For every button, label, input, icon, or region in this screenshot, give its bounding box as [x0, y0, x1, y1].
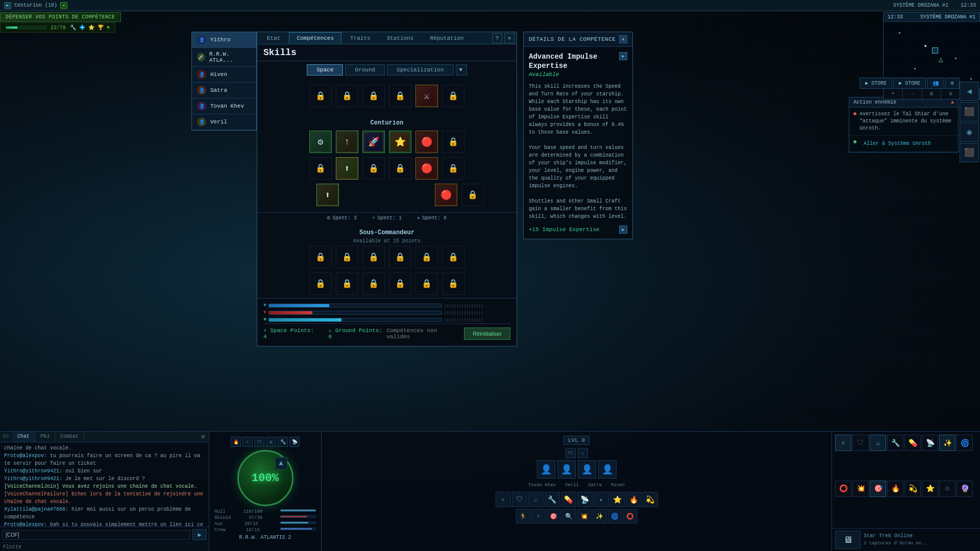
- centurion-slot-1-3[interactable]: 🚀: [362, 131, 385, 153]
- centurion-slot-1-2[interactable]: ↑: [336, 131, 358, 153]
- char-item-hiven[interactable]: 👤 Hiven: [192, 67, 256, 83]
- minimap-expand[interactable]: ⊞: [922, 89, 942, 99]
- action-slot-5[interactable]: 💊: [904, 435, 921, 451]
- centurion-slot-3-6[interactable]: 🔒: [461, 184, 484, 206]
- team-avatar-veril[interactable]: 👤: [557, 460, 576, 479]
- sous-slot-2-3[interactable]: 🔒: [362, 272, 385, 295]
- sous-slot-1-3[interactable]: 🔒: [362, 246, 385, 268]
- action-slot-12[interactable]: 🔥: [887, 481, 903, 497]
- sous-slot-1-6[interactable]: 🔒: [442, 246, 464, 268]
- ship-expand-button[interactable]: ▲: [275, 457, 287, 469]
- ship-icon-5[interactable]: 🔧: [278, 437, 288, 447]
- team-action-8[interactable]: ⭐: [610, 492, 625, 507]
- chat-input[interactable]: [2, 530, 190, 540]
- tab-competences[interactable]: Compétences: [289, 32, 341, 44]
- sous-slot-2-1[interactable]: 🔒: [309, 272, 332, 295]
- minimap-settings[interactable]: ⚙: [941, 89, 961, 99]
- chat-tab-chat[interactable]: Chat: [12, 432, 35, 442]
- action-slot-13[interactable]: 💫: [904, 481, 921, 497]
- sous-slot-2-2[interactable]: 🔒: [336, 272, 358, 295]
- centurion-slot-2-3[interactable]: 🔒: [362, 157, 385, 180]
- centurion-slot-1-1[interactable]: ⚙: [309, 131, 332, 153]
- team-action-s7[interactable]: 🌀: [608, 509, 622, 523]
- char-item-veril[interactable]: 👤 Veril: [192, 114, 256, 130]
- team-avatar-tovan[interactable]: 👤: [537, 460, 555, 479]
- skill-slot-1-2[interactable]: 🔒: [336, 85, 358, 107]
- tab-reputation[interactable]: Réputation: [422, 32, 471, 44]
- reset-button[interactable]: Réinitialiser: [464, 328, 510, 340]
- team-action-s1[interactable]: 🏃: [516, 509, 530, 523]
- detail-info-button[interactable]: ▶: [619, 52, 627, 60]
- char-item-yithro[interactable]: 👤 Yithro: [192, 32, 256, 48]
- team-action-s3[interactable]: 🎯: [547, 509, 561, 523]
- team-action-s6[interactable]: ✨: [593, 509, 607, 523]
- char-item-satra[interactable]: 👤 Satra: [192, 83, 256, 98]
- detail-bonus-button[interactable]: ▶: [619, 226, 627, 234]
- action-slot-10[interactable]: 💥: [852, 481, 869, 497]
- side-btn-2[interactable]: ⬛: [960, 102, 979, 121]
- action-slot-4[interactable]: 🔧: [887, 435, 903, 451]
- store-btn-1[interactable]: ▶ STORE: [860, 78, 892, 89]
- centurion-slot-2-5[interactable]: 🔴: [415, 157, 438, 180]
- team-avatar-hiven[interactable]: 👤: [598, 460, 617, 479]
- centurion-slot-2-1[interactable]: 🔒: [309, 157, 332, 180]
- tab-etat[interactable]: Etat: [259, 32, 288, 44]
- close-button[interactable]: ✕: [504, 33, 514, 43]
- team-action-s4[interactable]: 🔍: [562, 509, 576, 523]
- skill-slot-1-6[interactable]: 🔒: [442, 85, 464, 107]
- team-action-s2[interactable]: ⚡: [531, 509, 546, 523]
- action-slot-7[interactable]: ✨: [939, 435, 955, 451]
- ship-icon-3[interactable]: 🛡: [254, 437, 264, 447]
- subtab-more[interactable]: ▼: [456, 64, 467, 76]
- skill-slot-1-5[interactable]: ⚔: [415, 85, 438, 107]
- action-slot-8[interactable]: 🌀: [957, 435, 973, 451]
- team-action-5[interactable]: 💊: [561, 492, 576, 507]
- team-action-6[interactable]: 📡: [577, 492, 593, 507]
- action-slot-3[interactable]: ⚔: [870, 435, 886, 451]
- team-icon-1[interactable]: 🛡: [566, 448, 576, 458]
- help-button[interactable]: ?: [492, 33, 502, 43]
- char-item-rrw[interactable]: 🚀 R.R.W. ATLA...: [192, 48, 256, 67]
- detail-close-button[interactable]: ✕: [619, 35, 627, 43]
- centurion-slot-3-5[interactable]: 🔴: [435, 184, 457, 206]
- sous-slot-2-4[interactable]: 🔒: [389, 272, 411, 295]
- minimap-zoom-out[interactable]: -: [903, 89, 922, 99]
- skill-slot-1-4[interactable]: 🔒: [389, 85, 411, 107]
- sous-slot-1-1[interactable]: 🔒: [309, 246, 332, 268]
- centurion-slot-2-4[interactable]: 🔒: [389, 157, 411, 180]
- team-action-2[interactable]: 🛡: [512, 492, 527, 507]
- team-action-1[interactable]: ⚡: [496, 492, 511, 507]
- char-item-tovan[interactable]: 👤 Tovan Khev: [192, 98, 256, 114]
- action-slot-11[interactable]: 🎯: [870, 481, 886, 497]
- centurion-slot-1-5[interactable]: 🔴: [415, 131, 438, 153]
- store-btn-4[interactable]: ⚙: [945, 78, 960, 89]
- sous-slot-1-2[interactable]: 🔒: [336, 246, 358, 268]
- centurion-slot-1-4[interactable]: ⭐: [389, 131, 411, 153]
- skill-slot-1-1[interactable]: 🔒: [309, 85, 332, 107]
- chat-send-button[interactable]: ▶: [192, 529, 207, 540]
- team-action-s5[interactable]: 💥: [577, 509, 592, 523]
- chat-tab-combat[interactable]: Combat: [55, 432, 84, 442]
- team-action-9[interactable]: 🔥: [626, 492, 642, 507]
- sous-slot-2-5[interactable]: 🔒: [415, 272, 438, 295]
- centurion-slot-3-1[interactable]: ⬆: [316, 184, 339, 206]
- subtab-ground[interactable]: Ground: [345, 64, 385, 76]
- team-action-s8[interactable]: ⭕: [623, 509, 638, 523]
- side-btn-4[interactable]: ⬛: [960, 143, 979, 162]
- action-slot-2[interactable]: 🛡: [852, 435, 869, 451]
- side-btn-3[interactable]: ◉: [960, 122, 979, 142]
- chat-tab-pnj[interactable]: PNJ: [35, 432, 55, 442]
- skill-slot-1-3[interactable]: 🔒: [362, 85, 385, 107]
- action-slot-16[interactable]: 🔮: [957, 481, 973, 497]
- team-avatar-satra[interactable]: 👤: [578, 460, 596, 479]
- ship-icon-2[interactable]: ⚡: [242, 437, 253, 447]
- action-slot-15[interactable]: ⚙: [939, 481, 955, 497]
- subtab-space[interactable]: Space: [307, 64, 343, 76]
- sous-slot-1-5[interactable]: 🔒: [415, 246, 438, 268]
- centurion-slot-2-2[interactable]: ⬆: [336, 157, 358, 180]
- action-slot-6[interactable]: 📡: [922, 435, 938, 451]
- action-slot-1[interactable]: ⚡: [835, 435, 851, 451]
- sous-slot-2-6[interactable]: 🔒: [442, 272, 464, 295]
- action-slot-9[interactable]: ⭕: [835, 481, 851, 497]
- subtab-specialization[interactable]: Specialization: [387, 64, 453, 76]
